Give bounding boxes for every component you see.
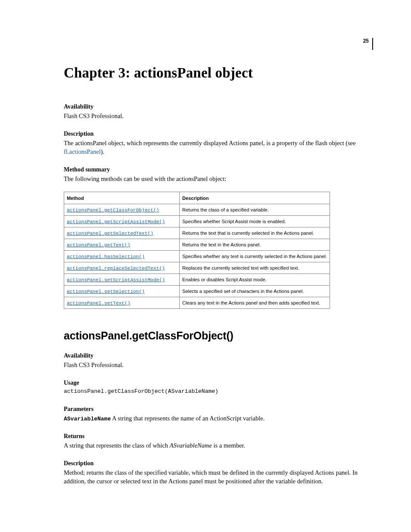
description-cell: Selects a specified set of characters in… [180,286,330,297]
method-cell: actionsPanel.setScriptAssistMode() [64,274,180,286]
description-cell: Specifies whether Script Assist mode is … [180,216,330,227]
description-text-b: ). [101,148,104,155]
method-link[interactable]: actionsPanel.replaceSelectedText() [67,266,165,271]
description-cell: Returns the class of a specified variabl… [180,204,330,216]
description-cell: Clears any text in the Actions panel and… [180,297,330,309]
md-returns-label: Returns [64,433,373,440]
description-label: Description [64,131,373,137]
md-description-label: Description [64,460,373,467]
md-returns-italic: ASvariableName [170,442,212,449]
description-cell: Enables or disables Script Assist mode. [180,274,330,286]
method-link[interactable]: actionsPanel.getClassForObject() [67,208,159,213]
md-returns-b: is a member. [212,442,245,449]
table-row: actionsPanel.setSelection()Selects a spe… [64,286,330,297]
fl-actionspanel-link[interactable]: fl.actionsPanel [64,148,101,155]
page-number: 25 [363,38,369,44]
method-cell: actionsPanel.getClassForObject() [64,204,180,216]
method-detail-heading: actionsPanel.getClassForObject() [64,330,373,342]
md-availability-text: Flash CS3 Professional. [64,361,373,369]
method-summary-table: Method Description actionsPanel.getClass… [64,192,330,309]
table-row: actionsPanel.setScriptAssistMode()Enable… [64,274,330,286]
method-cell: actionsPanel.getScriptAssistMode() [64,216,180,227]
table-row: actionsPanel.replaceSelectedText()Replac… [64,262,330,274]
method-link[interactable]: actionsPanel.setSelection() [67,289,145,294]
page-number-wrap: 25 [363,38,373,50]
availability-text: Flash CS3 Professional. [64,112,373,120]
method-cell: actionsPanel.setSelection() [64,286,180,297]
table-row: actionsPanel.getText()Returns the text i… [64,239,330,251]
method-cell: actionsPanel.getText() [64,239,180,251]
md-param-desc: A string that represents the name of an … [111,415,265,422]
md-usage-code: actionsPanel.getClassForObject(ASvariabl… [64,388,373,395]
method-cell: actionsPanel.setText() [64,297,180,309]
method-link[interactable]: actionsPanel.hasSelection() [67,254,145,259]
description-cell: Specifies whether any text is currently … [180,251,330,262]
description-text-a: The actionsPanel object, which represent… [64,140,356,146]
chapter-title: Chapter 3: actionsPanel object [64,65,373,81]
md-parameters-line: ASvariableName A string that represents … [64,414,373,423]
table-row: actionsPanel.setText()Clears any text in… [64,297,330,309]
md-usage-label: Usage [64,380,373,386]
method-cell: actionsPanel.hasSelection() [64,251,180,262]
md-returns-text: A string that represents the class of wh… [64,441,373,450]
md-availability-label: Availability [64,352,373,359]
description-cell: Replaces the currently selected text wit… [180,262,330,274]
method-link[interactable]: actionsPanel.getSelectedText() [67,231,153,236]
method-cell: actionsPanel.replaceSelectedText() [64,262,180,274]
md-description-text: Method; returns the class of the specifi… [64,468,373,485]
description-cell: Returns the text that is currently selec… [180,227,330,239]
method-summary-label: Method summary [64,166,373,173]
method-link[interactable]: actionsPanel.setText() [67,301,130,306]
md-param-name: ASvariableName [64,416,111,422]
description-cell: Returns the text in the Actions panel. [180,239,330,251]
th-description: Description [180,192,330,204]
availability-label: Availability [64,103,373,110]
md-returns-a: A string that represents the class of wh… [64,442,170,449]
md-parameters-label: Parameters [64,406,373,413]
page-content: Chapter 3: actionsPanel object Availabil… [0,0,411,511]
table-row: actionsPanel.getScriptAssistMode()Specif… [64,216,330,227]
method-link[interactable]: actionsPanel.setScriptAssistMode() [67,277,165,283]
method-link[interactable]: actionsPanel.getScriptAssistMode() [67,219,165,224]
table-row: actionsPanel.getSelectedText()Returns th… [64,227,330,239]
method-cell: actionsPanel.getSelectedText() [64,227,180,239]
description-text: The actionsPanel object, which represent… [64,139,373,156]
table-header-row: Method Description [64,192,330,204]
method-summary-intro: The following methods can be used with t… [64,174,373,183]
table-row: actionsPanel.hasSelection()Specifies whe… [64,251,330,262]
th-method: Method [64,192,180,204]
method-link[interactable]: actionsPanel.getText() [67,243,130,248]
table-row: actionsPanel.getClassForObject()Returns … [64,204,330,216]
